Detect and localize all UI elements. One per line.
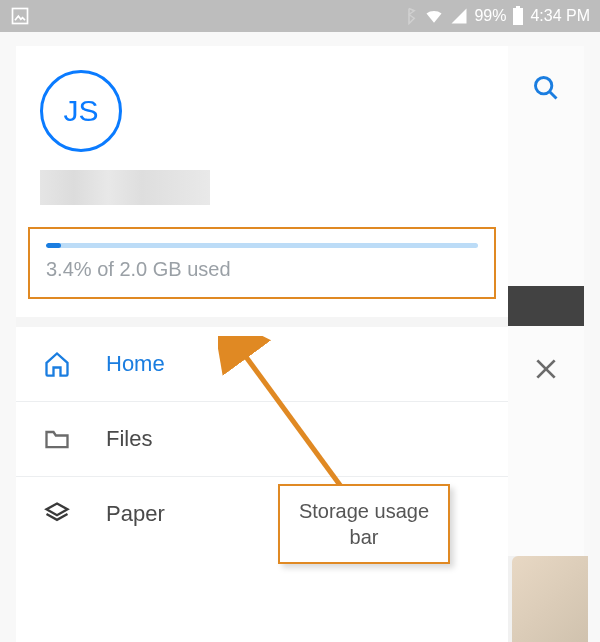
storage-progress-fill: [46, 243, 61, 248]
paper-icon: [42, 499, 72, 529]
storage-usage-box[interactable]: 3.4% of 2.0 GB used: [28, 227, 496, 299]
clock-time: 4:34 PM: [530, 7, 590, 25]
search-icon[interactable]: [532, 74, 560, 286]
svg-rect-2: [516, 6, 520, 8]
close-icon[interactable]: [533, 356, 559, 389]
annotation-callout: Storage usage bar: [278, 484, 450, 564]
picture-icon: [10, 6, 30, 26]
avatar[interactable]: JS: [40, 70, 122, 152]
storage-usage-text: 3.4% of 2.0 GB used: [46, 258, 478, 281]
bluetooth-icon: [400, 7, 418, 25]
folder-icon: [42, 424, 72, 454]
svg-line-7: [238, 346, 348, 496]
battery-percent: 99%: [474, 7, 506, 25]
svg-rect-0: [13, 9, 28, 24]
profile-section: JS: [16, 46, 508, 213]
nav-label-home: Home: [106, 351, 165, 377]
annotation-text: Storage usage bar: [299, 500, 429, 548]
svg-point-3: [536, 78, 552, 94]
annotation-arrow: [218, 336, 378, 506]
wifi-icon: [424, 6, 444, 26]
battery-icon: [512, 6, 524, 26]
background-app-strip: [508, 46, 584, 642]
nav-label-paper: Paper: [106, 501, 165, 527]
username-redacted: [40, 170, 210, 205]
svg-line-4: [550, 92, 557, 99]
android-status-bar: 99% 4:34 PM: [0, 0, 600, 32]
storage-progress-track: [46, 243, 478, 248]
home-icon: [42, 349, 72, 379]
avatar-initials: JS: [63, 94, 98, 128]
thumbnail-peek: [512, 556, 588, 642]
svg-rect-1: [513, 8, 523, 25]
cell-signal-icon: [450, 7, 468, 25]
nav-label-files: Files: [106, 426, 152, 452]
